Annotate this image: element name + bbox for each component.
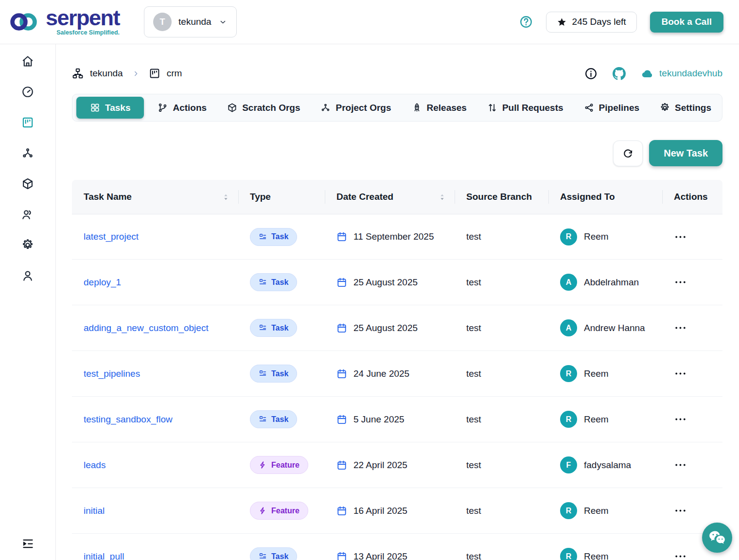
table-row: testing_sandbox_flowTask5 June 2025testR… — [72, 397, 722, 442]
cell-source-branch: test — [455, 442, 548, 488]
sidebar-item-molecule[interactable] — [21, 147, 34, 159]
table-row: test_pipelinesTask24 June 2025testRReem — [72, 351, 722, 397]
cell-source-branch: test — [455, 214, 548, 259]
breadcrumb-item-tekunda[interactable]: tekunda — [72, 68, 123, 79]
column-header-label: Assigned To — [560, 192, 615, 202]
task-name-link[interactable]: leads — [84, 460, 106, 471]
info-icon[interactable] — [584, 67, 598, 80]
source-branch-text: test — [466, 368, 481, 379]
cell-assigned-to: RReem — [548, 351, 662, 396]
breadcrumb-item-crm[interactable]: crm — [149, 68, 182, 79]
page-actions: tekundadevhub — [584, 67, 722, 81]
sitemap-icon — [72, 68, 84, 79]
new-task-button[interactable]: New Task — [649, 140, 722, 166]
cube-icon — [227, 103, 237, 113]
sidebar-item-home[interactable] — [21, 55, 34, 68]
task-name-link[interactable]: test_pipelines — [84, 368, 140, 379]
cloud-icon — [641, 67, 654, 80]
cell-type: Feature — [238, 442, 325, 488]
column-header-date-created[interactable]: Date Created — [325, 180, 455, 214]
sidebar-item-user[interactable] — [21, 269, 34, 282]
chat-widget-button[interactable] — [702, 523, 732, 553]
task-name-link[interactable]: initial — [84, 506, 105, 516]
sidebar-collapse-button[interactable] — [21, 537, 35, 550]
kanban-icon — [21, 116, 34, 129]
table-row: initialFeature16 April 2025testRReem — [72, 488, 722, 534]
row-actions-menu[interactable] — [674, 458, 687, 472]
date-created-text: 5 June 2025 — [353, 414, 405, 425]
tab-releases[interactable]: Releases — [405, 97, 474, 119]
tab-tasks[interactable]: Tasks — [76, 97, 144, 119]
sidebar-item-kanban[interactable] — [21, 116, 34, 129]
sidebar-item-gauge[interactable] — [21, 86, 34, 98]
app-logo[interactable]: serpent Salesforce Simplified. — [8, 8, 120, 36]
table-row: latest_projectTask11 September 2025testR… — [72, 214, 722, 260]
ellipsis-icon — [674, 458, 687, 472]
task-name-link[interactable]: latest_project — [84, 231, 139, 242]
tab-scratch-orgs[interactable]: Scratch Orgs — [220, 97, 307, 119]
column-header-label: Task Name — [84, 192, 132, 202]
row-actions-menu[interactable] — [674, 230, 687, 244]
sidebar-item-gear[interactable] — [21, 239, 34, 251]
cell-actions — [662, 260, 722, 305]
row-actions-menu[interactable] — [674, 321, 687, 334]
cell-date-created: 25 August 2025 — [325, 305, 455, 350]
cell-task-name: latest_project — [72, 214, 238, 259]
brand-name: serpent — [46, 8, 120, 28]
breadcrumb-label: tekunda — [90, 68, 123, 79]
sidebar-item-cube[interactable] — [21, 177, 34, 190]
row-actions-menu[interactable] — [674, 413, 687, 426]
book-a-call-button[interactable]: Book a Call — [650, 12, 723, 33]
cell-assigned-to: Ffadysalama — [548, 442, 662, 488]
tab-project-orgs[interactable]: Project Orgs — [314, 97, 398, 119]
table-body: latest_projectTask11 September 2025testR… — [72, 214, 722, 560]
task-name-link[interactable]: initial_pull — [84, 551, 124, 560]
cell-assigned-to: RReem — [548, 488, 662, 533]
org-selector-dropdown[interactable]: T tekunda — [144, 6, 237, 37]
serpent-logo-icon — [8, 10, 40, 34]
tab-pull-requests[interactable]: Pull Requests — [480, 97, 570, 119]
app-screen: serpent Salesforce Simplified. T tekunda… — [0, 0, 739, 560]
assignee-name: Reem — [584, 506, 609, 516]
tasks-table: Task NameTypeDate CreatedSource BranchAs… — [72, 180, 722, 560]
tab-pipelines[interactable]: Pipelines — [577, 97, 646, 119]
cell-type: Task — [238, 305, 325, 350]
assignee-avatar: A — [560, 319, 577, 336]
assignee-avatar: A — [560, 274, 577, 291]
cell-date-created: 5 June 2025 — [325, 397, 455, 442]
task-name-link[interactable]: deploy_1 — [84, 277, 121, 288]
cell-actions — [662, 442, 722, 488]
tab-label: Tasks — [105, 103, 130, 113]
task-name-link[interactable]: adding_a_new_custom_object — [84, 323, 209, 333]
molecule-icon — [21, 147, 34, 159]
refresh-button[interactable] — [613, 140, 643, 166]
cell-date-created: 22 April 2025 — [325, 442, 455, 488]
github-icon[interactable] — [612, 67, 626, 81]
help-icon[interactable] — [519, 15, 533, 29]
table-header-row: Task NameTypeDate CreatedSource BranchAs… — [72, 180, 722, 214]
calendar-icon — [336, 277, 347, 288]
checklist-icon — [259, 278, 267, 286]
row-actions-menu[interactable] — [674, 367, 687, 380]
row-actions-menu[interactable] — [674, 504, 687, 517]
type-badge-task: Task — [250, 365, 297, 383]
cell-source-branch: test — [455, 351, 548, 396]
assignee-avatar: R — [560, 228, 577, 245]
trial-days-badge[interactable]: 245 Days left — [546, 12, 637, 33]
devhub-link[interactable]: tekundadevhub — [641, 67, 722, 80]
date-created-text: 25 August 2025 — [353, 323, 418, 333]
date-created-text: 11 September 2025 — [353, 231, 434, 242]
sidebar-item-users[interactable] — [21, 208, 34, 221]
assignee-name: Andrew Hanna — [584, 323, 645, 333]
devhub-name: tekundadevhub — [659, 68, 722, 79]
row-actions-menu[interactable] — [674, 550, 687, 560]
type-badge-feature: Feature — [250, 502, 308, 520]
tab-settings[interactable]: Settings — [653, 97, 718, 119]
tab-actions[interactable]: Actions — [151, 97, 213, 119]
row-actions-menu[interactable] — [674, 276, 687, 289]
cell-actions — [662, 305, 722, 350]
column-header-task-name[interactable]: Task Name — [72, 180, 238, 214]
task-name-link[interactable]: testing_sandbox_flow — [84, 414, 173, 425]
calendar-icon — [336, 551, 347, 560]
cell-date-created: 24 June 2025 — [325, 351, 455, 396]
